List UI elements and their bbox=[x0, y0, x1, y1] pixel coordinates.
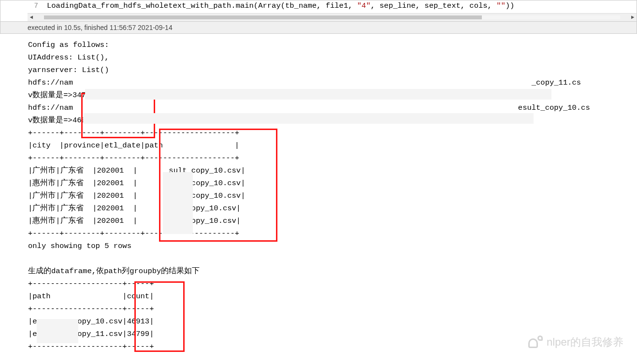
code-frag-b: , sep_line, sep_text, cols, bbox=[371, 1, 496, 10]
watermark: nlper的自我修养 bbox=[528, 335, 623, 349]
wechat-icon bbox=[528, 335, 542, 349]
scroll-left-icon[interactable]: ◄ bbox=[28, 15, 35, 20]
code-frag-a: LoadingData_from_hdfs_wholetext_with_pat… bbox=[47, 1, 357, 10]
line-number: 7 bbox=[28, 0, 47, 11]
code-cell: 7 LoadingData_from_hdfs_wholetext_with_p… bbox=[0, 0, 637, 22]
code-text[interactable]: LoadingData_from_hdfs_wholetext_with_pat… bbox=[47, 0, 514, 11]
horizontal-scrollbar[interactable]: ◄ ► bbox=[28, 13, 637, 21]
watermark-text: nlper的自我修养 bbox=[547, 335, 623, 349]
code-frag-c: )) bbox=[506, 1, 515, 10]
code-line-7: 7 LoadingData_from_hdfs_wholetext_with_p… bbox=[28, 0, 637, 11]
string-literal-4: "4" bbox=[357, 1, 371, 10]
scroll-thumb[interactable] bbox=[44, 15, 482, 19]
execution-status-text: executed in 10.5s, finished 11:56:57 202… bbox=[28, 24, 173, 31]
execution-status-bar: executed in 10.5s, finished 11:56:57 202… bbox=[0, 22, 637, 34]
scroll-right-icon[interactable]: ► bbox=[629, 15, 637, 20]
output-area: Config as follows: UIAddress: List(), ya… bbox=[28, 34, 637, 353]
string-literal-empty: "" bbox=[496, 1, 506, 10]
scroll-track[interactable] bbox=[44, 15, 620, 19]
